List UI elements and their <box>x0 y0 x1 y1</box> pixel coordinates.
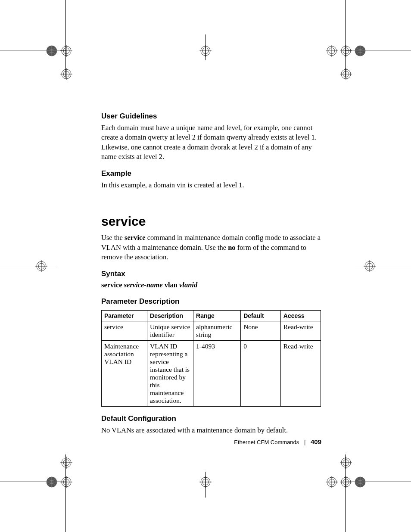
cell-access: Read-write <box>280 321 321 341</box>
registration-mark-icon <box>46 476 58 488</box>
parameter-table: Parameter Description Range Default Acce… <box>101 310 321 407</box>
registration-mark-icon <box>364 260 376 272</box>
cell-description: VLAN ID representing a service instance … <box>147 341 193 407</box>
text-service-intro: Use the service command in maintenance d… <box>101 233 321 262</box>
registration-mark-icon <box>60 68 72 80</box>
registration-mark-icon <box>199 45 212 57</box>
registration-mark-icon <box>60 45 72 57</box>
table-row: Maintenance association VLAN ID VLAN ID … <box>102 341 321 407</box>
registration-mark-icon <box>340 45 352 57</box>
cell-range: alphanumeric string <box>193 321 241 341</box>
page-footer: Ethernet CFM Commands | 409 <box>0 438 321 445</box>
syntax-keyword: service <box>101 281 124 289</box>
table-row: service Unique service identifier alphan… <box>102 321 321 341</box>
cell-parameter: service <box>102 321 147 341</box>
heading-default-config: Default Configuration <box>101 414 321 423</box>
keyword-no: no <box>228 243 235 252</box>
heading-example: Example <box>101 169 321 178</box>
text-user-guidelines: Each domain must have a unique name and … <box>101 123 321 162</box>
cell-access: Read-write <box>280 341 321 407</box>
table-header-row: Parameter Description Range Default Acce… <box>102 311 321 321</box>
th-access: Access <box>280 311 321 321</box>
registration-mark-icon <box>35 260 47 272</box>
footer-separator: | <box>304 439 305 445</box>
registration-mark-icon <box>199 476 212 488</box>
syntax-keyword: vlan <box>163 281 180 289</box>
text-example: In this example, a domain vin is created… <box>101 180 321 190</box>
registration-mark-icon <box>340 68 352 80</box>
registration-mark-icon <box>46 45 58 57</box>
footer-chapter: Ethernet CFM Commands <box>234 439 299 445</box>
page-content: User Guidelines Each domain must have a … <box>101 112 321 443</box>
heading-user-guidelines: User Guidelines <box>101 112 321 121</box>
crop-line <box>345 0 346 78</box>
registration-mark-icon <box>60 457 72 469</box>
syntax-arg: service-name <box>124 281 163 289</box>
th-description: Description <box>147 311 193 321</box>
registration-mark-icon <box>354 476 366 488</box>
registration-mark-icon <box>354 45 366 57</box>
registration-mark-icon <box>340 476 352 488</box>
th-default: Default <box>241 311 281 321</box>
registration-mark-icon <box>326 476 338 488</box>
heading-parameter-description: Parameter Description <box>101 297 321 306</box>
syntax-arg: vlanid <box>179 281 197 289</box>
keyword-service: service <box>125 233 146 242</box>
th-range: Range <box>193 311 241 321</box>
footer-page-number: 409 <box>311 438 321 445</box>
registration-mark-icon <box>340 457 352 469</box>
text: Use the <box>101 233 125 242</box>
crop-line <box>65 0 66 78</box>
crop-line <box>0 266 56 266</box>
syntax-line: service service-name vlan vlanid <box>101 281 321 289</box>
th-parameter: Parameter <box>102 311 147 321</box>
cell-parameter: Maintenance association VLAN ID <box>102 341 147 407</box>
registration-mark-icon <box>326 45 338 57</box>
cell-range: 1-4093 <box>193 341 241 407</box>
cell-default: 0 <box>241 341 281 407</box>
cell-description: Unique service identifier <box>147 321 193 341</box>
text-default-config: No VLANs are associated with a maintenan… <box>101 426 321 435</box>
registration-mark-icon <box>60 476 72 488</box>
heading-syntax: Syntax <box>101 270 321 278</box>
heading-service: service <box>101 214 321 229</box>
cell-default: None <box>241 321 281 341</box>
